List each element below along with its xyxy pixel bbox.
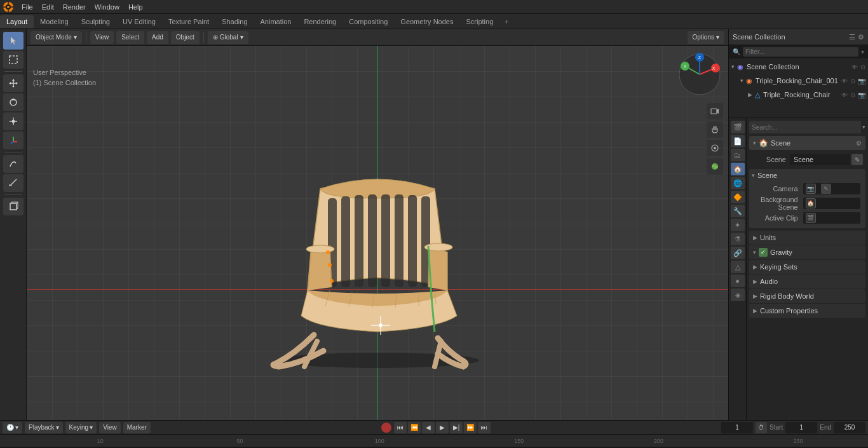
gravity-section[interactable]: ▾ ✓ Gravity — [749, 245, 865, 259]
prev-keyframe-btn[interactable]: ⏪ — [408, 422, 421, 433]
units-section[interactable]: ▶ Units — [749, 231, 865, 245]
scene-section-header[interactable]: ▾ 🏠 Scene ⚙ — [749, 136, 865, 150]
menu-help[interactable]: Help — [125, 2, 147, 12]
tab-compositing[interactable]: Compositing — [342, 15, 394, 28]
object-mode-dropdown[interactable]: Object Mode ▾ — [31, 31, 82, 44]
viewport[interactable]: Object Mode ▾ View Select Add Object ⊕ G… — [27, 29, 728, 420]
record-button[interactable] — [381, 423, 391, 433]
view-layer-tab[interactable]: 🗂 — [731, 149, 745, 161]
tree-item-chair-001[interactable]: ▾ ◉ Triple_Rocking_Chair_001 👁 ⊙ 📷 — [729, 74, 868, 88]
navigation-gizmo[interactable]: X Y Z — [677, 52, 722, 97]
properties-search-input[interactable] — [749, 121, 861, 133]
menu-window[interactable]: Window — [91, 2, 123, 12]
camera-view-btn[interactable] — [707, 103, 723, 119]
world-tab[interactable]: 🌐 — [731, 177, 745, 189]
menu-render[interactable]: Render — [59, 2, 90, 12]
start-frame-input[interactable]: 1 — [785, 422, 817, 433]
cursor-tool-button[interactable] — [3, 32, 24, 50]
shader-tab[interactable]: ◈ — [731, 288, 745, 301]
scene-picker-btn[interactable]: 🏠 — [806, 198, 816, 208]
tree-item-scene-collection[interactable]: ▾ ◉ Scene Collection 👁 ⊙ — [729, 60, 868, 74]
end-frame-input[interactable]: 250 — [834, 422, 865, 433]
render-tab[interactable]: 🎬 — [731, 121, 745, 133]
next-frame-btn[interactable]: ▶| — [450, 422, 463, 433]
prev-frame-btn[interactable]: ◀ — [422, 422, 435, 433]
tab-uv-editing[interactable]: UV Editing — [116, 15, 162, 28]
current-frame-display[interactable]: 1 — [721, 422, 753, 433]
viewport-shading-btn[interactable]: Options ▾ — [688, 31, 724, 44]
scene-tab[interactable]: 🏠 — [731, 163, 745, 175]
render-preview-btn[interactable] — [707, 140, 723, 156]
camera-prop-value[interactable]: 📷 ✎ — [803, 183, 860, 194]
hand-tool-btn[interactable] — [707, 121, 723, 138]
jump-start-btn[interactable]: ⏮ — [394, 422, 407, 433]
render-icon[interactable]: 📷 — [858, 78, 865, 85]
scene-name-field[interactable]: Scene — [790, 154, 850, 165]
background-scene-value[interactable]: 🏠 — [803, 198, 860, 209]
scene-props-btn[interactable]: ⚙ — [856, 140, 862, 147]
add-cube-tool-button[interactable] — [3, 198, 24, 215]
tab-animation[interactable]: Animation — [254, 15, 298, 28]
select-box-tool-button[interactable] — [3, 51, 24, 69]
tab-sculpting[interactable]: Sculpting — [75, 15, 116, 28]
camera-picker-btn[interactable]: 📷 — [806, 184, 816, 194]
particles-tab[interactable]: ✦ — [731, 219, 745, 231]
menu-file[interactable]: File — [18, 2, 37, 12]
physics-tab[interactable]: ⚗ — [731, 233, 745, 245]
frame-time-toggle[interactable]: ⏱ — [756, 422, 767, 433]
jump-end-btn[interactable]: ⏭ — [478, 422, 491, 433]
add-workspace-button[interactable]: + — [499, 15, 513, 28]
tab-texture-paint[interactable]: Texture Paint — [162, 15, 215, 28]
rigid-body-section[interactable]: ▶ Rigid Body World — [749, 289, 865, 303]
object-menu-btn[interactable]: Object — [171, 31, 200, 44]
add-menu-btn[interactable]: Add — [147, 31, 168, 44]
marker-btn[interactable]: Marker — [123, 422, 151, 433]
measure-tool-button[interactable] — [3, 174, 24, 192]
transform-space-btn[interactable]: ⊕ Global ▾ — [208, 31, 248, 44]
properties-filter-btn[interactable]: ▾ — [862, 124, 865, 130]
object-tab[interactable]: 🔶 — [731, 191, 745, 203]
playback-btn[interactable]: Playback ▾ — [25, 422, 63, 433]
tree-item-chair-mesh[interactable]: ▶ △ Triple_Rocking_Chair 👁 ⊙ 📷 — [729, 88, 868, 102]
custom-props-section[interactable]: ▶ Custom Properties — [749, 304, 865, 318]
keying-sets-section[interactable]: ▶ Keying Sets — [749, 260, 865, 274]
tab-rendering[interactable]: Rendering — [297, 15, 342, 28]
viewport-icon[interactable]: ⊙ — [850, 92, 855, 98]
tab-layout[interactable]: Layout — [0, 15, 34, 28]
view-menu-btn[interactable]: View — [90, 31, 114, 44]
viewport-icon[interactable]: ⊙ — [850, 78, 855, 85]
audio-section[interactable]: ▶ Audio — [749, 275, 865, 288]
outliner-search-input[interactable] — [743, 47, 858, 57]
active-clip-value[interactable]: 🎬 — [803, 212, 860, 224]
gravity-checkbox[interactable]: ✓ — [759, 248, 768, 257]
eye-icon[interactable]: 👁 — [841, 78, 848, 85]
outliner-search-btn[interactable]: ⚙ — [858, 33, 864, 41]
filter-icon[interactable]: ▾ — [861, 48, 864, 55]
annotate-tool-button[interactable] — [3, 155, 24, 173]
scene-expand-row[interactable]: ▾ Scene — [752, 172, 863, 179]
select-menu-btn[interactable]: Select — [116, 31, 144, 44]
menu-edit[interactable]: Edit — [38, 2, 58, 12]
view-btn[interactable]: View — [99, 422, 121, 433]
data-tab[interactable]: △ — [731, 261, 745, 273]
eye-icon[interactable]: 👁 — [851, 64, 858, 71]
tab-geometry-nodes[interactable]: Geometry Nodes — [394, 15, 459, 28]
eye-icon[interactable]: 👁 — [841, 92, 848, 98]
play-btn[interactable]: ▶ — [436, 422, 449, 433]
material-preview-btn[interactable] — [707, 158, 723, 175]
render-icon[interactable]: 📷 — [858, 92, 865, 98]
output-tab[interactable]: 📄 — [731, 135, 745, 147]
transform-tool-button[interactable] — [3, 132, 24, 149]
rotate-tool-button[interactable] — [3, 93, 24, 111]
next-keyframe-btn[interactable]: ⏩ — [464, 422, 477, 433]
tab-shading[interactable]: Shading — [215, 15, 254, 28]
tab-modeling[interactable]: Modeling — [34, 15, 75, 28]
timeline-mode-btn[interactable]: 🕐 ▾ — [3, 422, 22, 433]
scene-edit-btn[interactable]: ✎ — [851, 154, 863, 165]
move-tool-button[interactable] — [3, 74, 24, 92]
clip-picker-btn[interactable]: 🎬 — [806, 213, 816, 223]
modifier-tab[interactable]: 🔧 — [731, 205, 745, 217]
material-tab[interactable]: ● — [731, 275, 745, 287]
select-icon[interactable]: ⊙ — [860, 64, 865, 71]
tab-scripting[interactable]: Scripting — [459, 15, 499, 28]
